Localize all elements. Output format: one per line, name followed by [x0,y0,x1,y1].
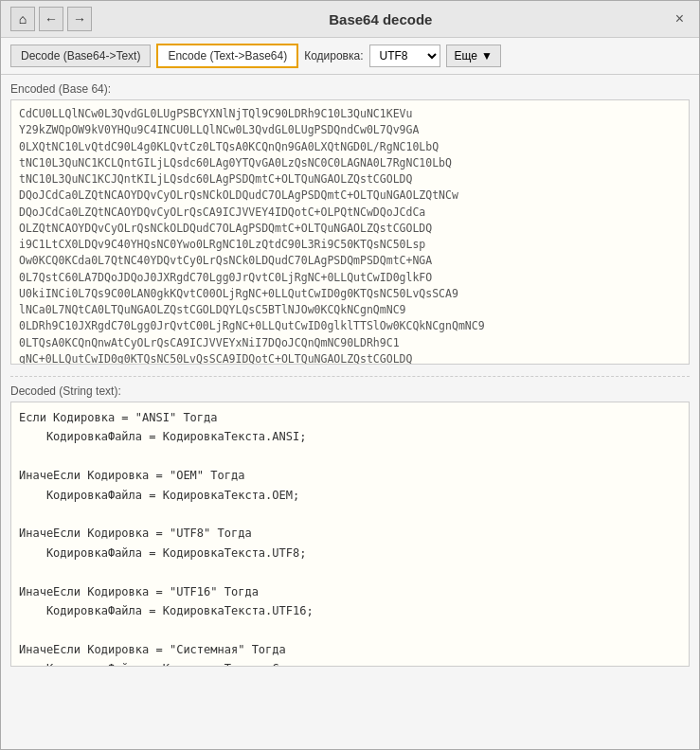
forward-button[interactable]: → [67,7,92,31]
close-button[interactable]: × [670,9,690,29]
window-title: Base64 decode [98,11,664,27]
section-divider [10,376,690,377]
back-button[interactable]: ← [39,7,63,31]
home-icon: ⌂ [19,11,27,27]
encoding-select[interactable]: ANSIOEMUTF8UTF16System [369,45,440,67]
content-area: Encoded (Base 64): CdCU0LLQlNCw0L3QvdGL0… [1,75,699,686]
toolbar: Decode (Base64->Text) Encode (Text->Base… [1,38,699,75]
main-window: ⌂ ← → Base64 decode × Decode (Base64->Te… [0,0,700,750]
title-bar: ⌂ ← → Base64 decode × [1,1,699,38]
more-button[interactable]: Еще ▼ [446,45,501,67]
more-label: Еще [455,49,477,62]
encoded-label: Encoded (Base 64): [10,82,690,96]
home-button[interactable]: ⌂ [10,7,35,31]
encoding-label: Кодировка: [304,49,363,62]
encode-button[interactable]: Encode (Text->Base64) [156,44,298,68]
nav-buttons: ⌂ ← → [10,7,92,31]
forward-icon: → [73,11,86,27]
back-icon: ← [45,11,58,27]
encoded-text-box[interactable]: CdCU0LLQlNCw0L3QvdGL0LUgPSBCYXNlNjTQl9C9… [10,99,690,365]
decode-button[interactable]: Decode (Base64->Text) [10,45,151,67]
more-chevron-icon: ▼ [481,49,493,62]
decoded-label: Decoded (String text): [10,384,690,398]
decoded-text-box[interactable]: Если Кодировка = "ANSI" Тогда КодировкаФ… [10,402,690,667]
